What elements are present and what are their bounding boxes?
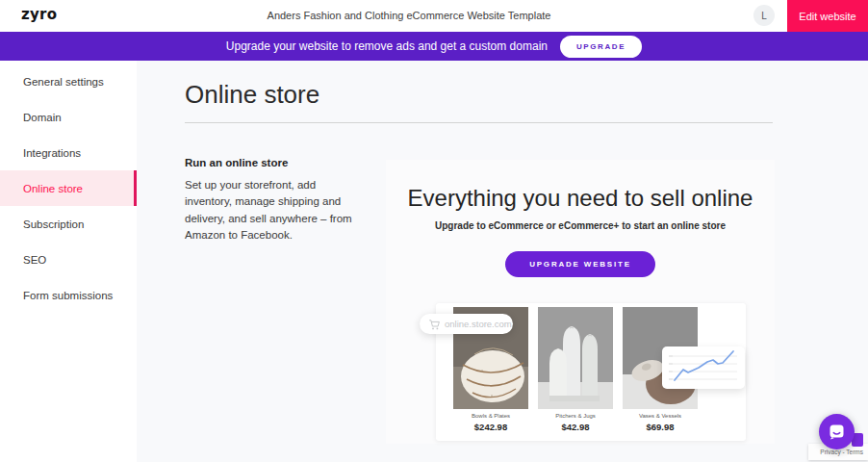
intro-body: Set up your storefront, add inventory, m… — [185, 177, 354, 244]
chat-bubble-icon — [828, 423, 846, 441]
upgrade-banner-button[interactable]: UPGRADE — [560, 36, 642, 58]
sidebar-item-subscription[interactable]: Subscription — [0, 206, 137, 242]
product-price: $69.98 — [623, 422, 698, 432]
sidebar-item-online-store[interactable]: Online store — [0, 170, 137, 206]
upgrade-banner: Upgrade your website to remove ads and g… — [0, 32, 868, 61]
product-tile: Pitchers & Jugs $42.98 — [538, 307, 613, 441]
upgrade-panel: Everything you need to sell online Upgra… — [386, 160, 775, 444]
edit-website-button[interactable]: Edit website — [787, 0, 868, 32]
product-price: $242.98 — [453, 422, 528, 432]
product-name: Pitchers & Jugs — [538, 413, 613, 419]
sidebar-item-domain[interactable]: Domain — [0, 99, 137, 135]
page-title: Online store — [185, 80, 319, 110]
main-content: Online store Run an online store Set up … — [137, 61, 868, 462]
sparkline-chart — [662, 346, 745, 389]
sidebar-item-form-submissions[interactable]: Form submissions — [0, 277, 137, 313]
upgrade-website-button[interactable]: UPGRADE WEBSITE — [505, 251, 655, 277]
top-bar: zyro Anders Fashion and Clothing eCommer… — [0, 0, 868, 32]
upgrade-panel-subheading: Upgrade to eCommerce or eCommerce+ to st… — [386, 220, 775, 231]
product-name: Bowls & Plates — [453, 413, 528, 419]
site-template-title: Anders Fashion and Clothing eCommerce We… — [268, 0, 551, 32]
zyro-logo[interactable]: zyro — [21, 6, 57, 23]
sidebar-item-integrations[interactable]: Integrations — [0, 135, 137, 170]
product-price: $42.98 — [538, 422, 613, 432]
upgrade-panel-heading: Everything you need to sell online — [386, 185, 775, 212]
intro-text-block: Run an online store Set up your storefro… — [185, 157, 354, 244]
intro-heading: Run an online store — [185, 157, 354, 168]
sales-chart-card — [662, 346, 745, 389]
store-url-text: online.store.com — [445, 319, 512, 329]
sidebar-item-general-settings[interactable]: General settings — [0, 64, 137, 99]
product-name: Vases & Vessels — [623, 413, 698, 419]
settings-sidebar: General settings Domain Integrations Onl… — [0, 61, 137, 462]
pitchers-product-image — [538, 307, 613, 409]
title-divider — [185, 122, 773, 123]
account-avatar[interactable]: L — [753, 5, 775, 26]
chat-launcher-button[interactable] — [819, 414, 855, 449]
cart-icon — [428, 319, 440, 330]
sidebar-item-seo[interactable]: SEO — [0, 242, 137, 277]
upgrade-banner-message: Upgrade your website to remove ads and g… — [226, 39, 548, 53]
store-url-pill: online.store.com — [420, 314, 513, 334]
